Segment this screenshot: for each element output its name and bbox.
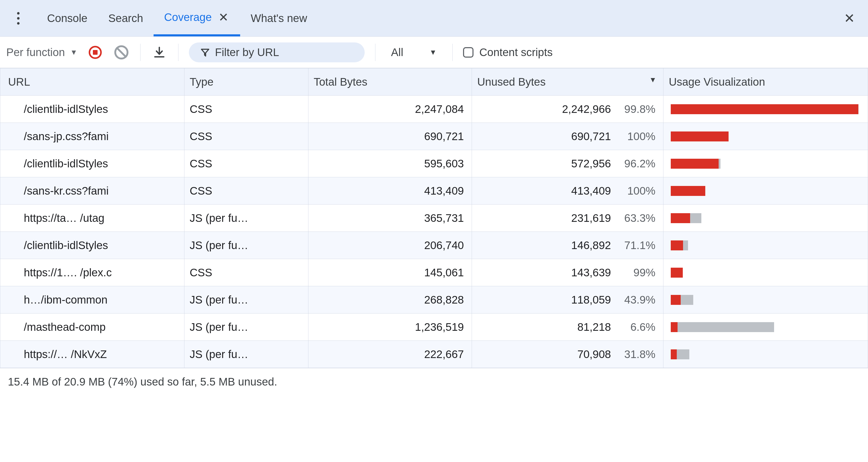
close-drawer-button[interactable]: ✕ xyxy=(839,8,860,29)
svg-point-1 xyxy=(17,17,20,20)
table-row[interactable]: https://… /NkVxZJS (per fu…222,66770,908… xyxy=(0,341,868,368)
cell-url: h…/ibm-common xyxy=(0,286,184,314)
usage-bar-unused xyxy=(671,268,683,278)
drawer-tabstrip: ConsoleSearchCoverage✕What's new ✕ xyxy=(0,0,868,37)
svg-point-0 xyxy=(17,12,20,15)
table-row[interactable]: /clientlib-idlStylesJS (per fu…206,74014… xyxy=(0,232,868,259)
sort-desc-icon: ▼ xyxy=(649,76,657,84)
coverage-toolbar: Per function ▼ All ▼ Content scripts xyxy=(0,37,868,68)
cell-unused-bytes: 81,2186.6% xyxy=(472,314,663,341)
cell-usage-bar xyxy=(663,205,868,232)
cell-total-bytes: 365,731 xyxy=(308,205,472,232)
cell-url: https://ta… /utag xyxy=(0,205,184,232)
content-scripts-toggle[interactable]: Content scripts xyxy=(463,46,553,59)
column-header-viz[interactable]: Usage Visualization xyxy=(663,68,868,95)
usage-bar xyxy=(671,186,705,196)
column-header-unused[interactable]: Unused Bytes▼ xyxy=(472,68,663,95)
clear-button[interactable] xyxy=(113,44,130,61)
usage-bar xyxy=(671,132,728,141)
download-icon xyxy=(153,46,165,58)
cell-usage-bar xyxy=(663,259,868,286)
usage-bar-used xyxy=(690,213,701,223)
column-header-type[interactable]: Type xyxy=(184,68,308,95)
usage-bar xyxy=(671,268,683,278)
tab-search[interactable]: Search xyxy=(98,0,154,36)
tab-label: What's new xyxy=(251,12,307,25)
export-button[interactable] xyxy=(151,44,168,61)
url-filter[interactable] xyxy=(189,42,365,62)
record-button[interactable] xyxy=(87,44,103,61)
type-filter-label: All xyxy=(391,46,403,59)
usage-bar-used xyxy=(719,159,720,169)
type-filter-select[interactable]: All ▼ xyxy=(386,46,442,59)
cell-usage-bar xyxy=(663,95,868,123)
cell-total-bytes: 413,409 xyxy=(308,177,472,205)
filter-icon xyxy=(200,48,210,57)
usage-bar-unused xyxy=(671,322,678,332)
coverage-table: URL Type Total Bytes Unused Bytes▼ Usage… xyxy=(0,68,868,368)
close-icon: ✕ xyxy=(844,11,855,26)
tab-what-s-new[interactable]: What's new xyxy=(240,0,318,36)
cell-usage-bar xyxy=(663,286,868,314)
usage-bar-used xyxy=(683,240,688,250)
usage-bar-unused xyxy=(671,159,719,169)
chevron-down-icon: ▼ xyxy=(430,48,437,57)
usage-bar-used xyxy=(858,104,859,114)
cell-unused-bytes: 146,89271.1% xyxy=(472,232,663,259)
column-header-url[interactable]: URL xyxy=(0,68,184,95)
usage-bar xyxy=(671,295,693,305)
tab-label: Console xyxy=(47,12,87,25)
cell-usage-bar xyxy=(663,123,868,150)
separator xyxy=(375,44,375,61)
cell-total-bytes: 222,667 xyxy=(308,341,472,368)
granularity-select[interactable]: Per function ▼ xyxy=(6,46,78,59)
url-filter-input[interactable] xyxy=(215,46,353,59)
table-row[interactable]: /clientlib-idlStylesCSS595,603572,95696.… xyxy=(0,150,868,177)
chevron-down-icon: ▼ xyxy=(70,48,78,57)
table-header-row: URL Type Total Bytes Unused Bytes▼ Usage… xyxy=(0,68,868,95)
table-row[interactable]: /sans-kr.css?famiCSS413,409413,409100% xyxy=(0,177,868,205)
table-row[interactable]: /masthead-compJS (per fu…1,236,51981,218… xyxy=(0,314,868,341)
table-row[interactable]: /clientlib-idlStylesCSS2,247,0842,242,96… xyxy=(0,95,868,123)
separator xyxy=(452,44,453,61)
cell-url: https://… /NkVxZ xyxy=(0,341,184,368)
table-row[interactable]: https://ta… /utagJS (per fu…365,731231,6… xyxy=(0,205,868,232)
tab-console[interactable]: Console xyxy=(37,0,98,36)
cell-total-bytes: 2,247,084 xyxy=(308,95,472,123)
summary-text: 15.4 MB of 20.9 MB (74%) used so far, 5.… xyxy=(8,376,277,388)
cell-unused-bytes: 413,409100% xyxy=(472,177,663,205)
usage-bar-unused xyxy=(671,349,677,359)
cell-type: CSS xyxy=(184,123,308,150)
cell-url: /masthead-comp xyxy=(0,314,184,341)
cell-total-bytes: 206,740 xyxy=(308,232,472,259)
table-row[interactable]: /sans-jp.css?famiCSS690,721690,721100% xyxy=(0,123,868,150)
table-row[interactable]: h…/ibm-commonJS (per fu…268,828118,05943… xyxy=(0,286,868,314)
content-scripts-label: Content scripts xyxy=(479,46,553,59)
cell-url: /clientlib-idlStyles xyxy=(0,150,184,177)
more-tabs-button[interactable] xyxy=(0,0,37,36)
usage-bar-unused xyxy=(671,240,683,250)
cell-total-bytes: 145,061 xyxy=(308,259,472,286)
cell-url: /clientlib-idlStyles xyxy=(0,95,184,123)
separator xyxy=(140,44,141,61)
cell-url: https://1…. /plex.c xyxy=(0,259,184,286)
usage-bar-used xyxy=(677,349,689,359)
cell-type: JS (per fu… xyxy=(184,341,308,368)
usage-bar-unused xyxy=(671,132,728,141)
cell-unused-bytes: 70,90831.8% xyxy=(472,341,663,368)
tab-close-button[interactable]: ✕ xyxy=(217,10,230,24)
column-header-total[interactable]: Total Bytes xyxy=(308,68,472,95)
cell-type: CSS xyxy=(184,95,308,123)
tab-coverage[interactable]: Coverage✕ xyxy=(154,0,240,36)
clear-icon xyxy=(114,45,128,59)
cell-type: JS (per fu… xyxy=(184,286,308,314)
cell-unused-bytes: 690,721100% xyxy=(472,123,663,150)
cell-usage-bar xyxy=(663,177,868,205)
usage-bar-unused xyxy=(671,213,690,223)
table-body: /clientlib-idlStylesCSS2,247,0842,242,96… xyxy=(0,95,868,368)
cell-type: JS (per fu… xyxy=(184,232,308,259)
usage-bar xyxy=(671,213,701,223)
kebab-icon xyxy=(17,12,20,25)
cell-total-bytes: 1,236,519 xyxy=(308,314,472,341)
table-row[interactable]: https://1…. /plex.cCSS145,061143,63999% xyxy=(0,259,868,286)
